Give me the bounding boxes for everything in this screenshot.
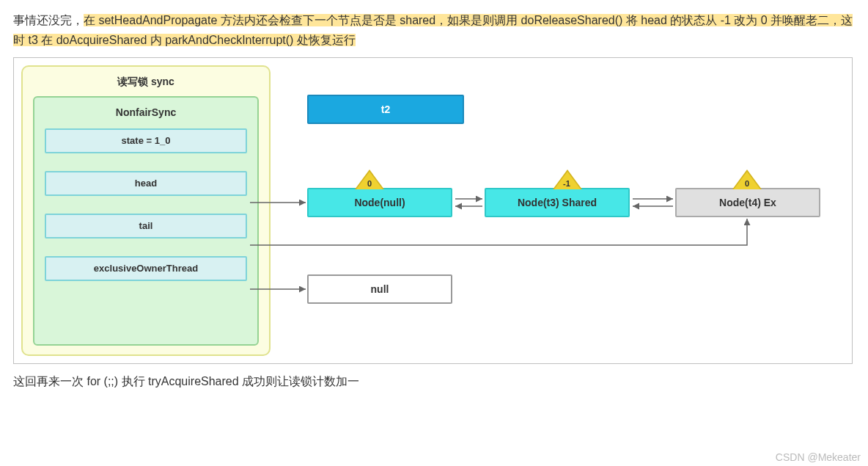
badge-value-node-null: 0	[367, 179, 372, 188]
post-paragraph: 这回再来一次 for (;;) 执行 tryAcquireShared 成功则让…	[13, 374, 855, 390]
diagram: 读写锁 sync NonfairSync state = 1_0 head ta…	[13, 57, 853, 364]
field-head: head	[45, 171, 247, 196]
watermark: CSDN @Mekeater	[776, 451, 861, 463]
intro-paragraph: 事情还没完，在 setHeadAndPropagate 方法内还会检查下一个节点…	[13, 10, 855, 50]
node-t3-shared: Node(t3) Shared	[485, 188, 630, 217]
node-t4-ex: Node(t4) Ex	[675, 188, 820, 217]
sync-box: 读写锁 sync NonfairSync state = 1_0 head ta…	[21, 65, 271, 356]
nonfair-sync-box: NonfairSync state = 1_0 head tail exclus…	[33, 96, 259, 346]
field-exclusive-owner-thread: exclusiveOwnerThread	[45, 256, 247, 281]
badge-value-node-t3: -1	[563, 179, 570, 188]
null-box: null	[307, 274, 452, 304]
para-plain: 事情还没完，	[13, 14, 84, 26]
nonfair-title: NonfairSync	[45, 106, 247, 118]
badge-value-node-t4: 0	[745, 179, 749, 188]
thread-t2: t2	[307, 95, 464, 124]
field-state: state = 1_0	[45, 128, 247, 153]
node-null: Node(null)	[307, 188, 452, 217]
para-highlight: 在 setHeadAndPropagate 方法内还会检查下一个节点是否是 sh…	[13, 14, 853, 46]
sync-title: 读写锁 sync	[33, 76, 259, 89]
field-tail: tail	[45, 214, 247, 239]
